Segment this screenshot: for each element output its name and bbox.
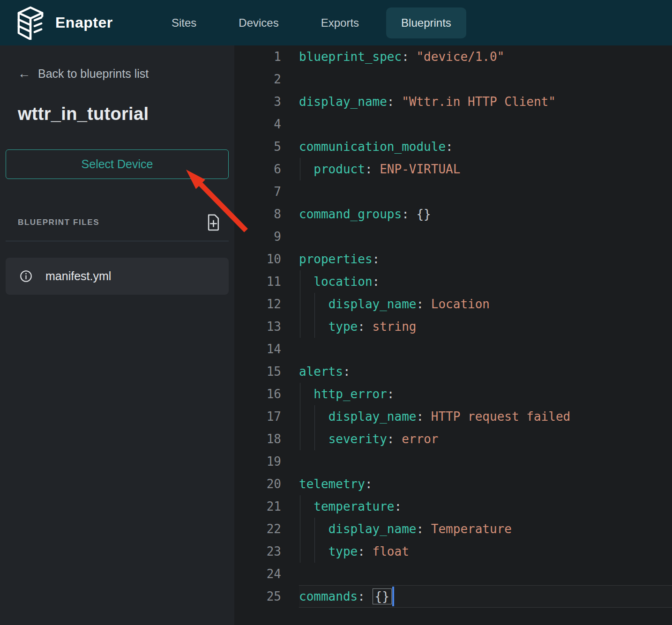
- code-token-str: Location: [431, 297, 490, 311]
- nav-item-sites[interactable]: Sites: [157, 7, 211, 38]
- editor-line-19[interactable]: 19: [234, 450, 672, 473]
- line-number: 24: [234, 563, 281, 585]
- info-icon: [20, 270, 32, 283]
- code-line-content: [299, 180, 672, 203]
- code-line-content: display_name: HTTP request failed: [299, 405, 672, 428]
- editor-line-25[interactable]: 25commands: {}: [234, 585, 672, 608]
- editor-line-8[interactable]: 8command_groups: {}: [234, 203, 672, 225]
- line-number: 8: [234, 203, 281, 225]
- editor-line-20[interactable]: 20telemetry:: [234, 473, 672, 495]
- code-token-punc: :: [373, 275, 380, 289]
- indent-guide: [300, 540, 300, 563]
- nav-item-exports[interactable]: Exports: [306, 7, 374, 38]
- code-line-content: blueprint_spec: "device/1.0": [299, 45, 672, 68]
- code-token-punc: :: [395, 499, 402, 513]
- code-token-key: display_name: [329, 409, 417, 424]
- line-number: 11: [234, 270, 281, 293]
- text-cursor: [392, 587, 394, 606]
- main-nav: SitesDevicesExportsBlueprints: [157, 7, 466, 38]
- editor-line-12[interactable]: 12 display_name: Location: [234, 293, 672, 315]
- line-number: 5: [234, 135, 281, 158]
- blueprint-title: wttr_in_tutorial: [18, 104, 229, 124]
- line-number: 17: [234, 405, 281, 428]
- code-editor[interactable]: 1blueprint_spec: "device/1.0"23display_n…: [234, 45, 672, 625]
- code-line-content: location:: [299, 270, 672, 293]
- code-token-punc: :: [416, 297, 431, 311]
- code-token-key: properties: [299, 252, 373, 266]
- code-token-punc: :: [402, 207, 416, 221]
- code-token-punc: :: [387, 432, 402, 446]
- code-line-content: [299, 563, 672, 585]
- code-token-key: location: [314, 275, 372, 289]
- editor-line-1[interactable]: 1blueprint_spec: "device/1.0": [234, 45, 672, 68]
- code-token-str: HTTP request failed: [431, 409, 570, 424]
- code-line-content: display_name: Location: [299, 293, 672, 315]
- line-number: 3: [234, 90, 281, 113]
- editor-line-6[interactable]: 6 product: ENP-VIRTUAL: [234, 158, 672, 180]
- line-number: 18: [234, 428, 281, 450]
- file-name: manifest.yml: [45, 269, 111, 283]
- editor-line-15[interactable]: 15alerts:: [234, 360, 672, 383]
- code-token-key: http_error: [314, 387, 387, 401]
- indent-guide: [314, 518, 315, 540]
- editor-line-21[interactable]: 21 temperature:: [234, 495, 672, 518]
- line-number: 4: [234, 113, 281, 135]
- code-token-key: display_name: [329, 297, 417, 311]
- editor-line-23[interactable]: 23 type: float: [234, 540, 672, 563]
- indent-guide: [300, 495, 300, 518]
- line-number: 7: [234, 180, 281, 203]
- back-to-blueprints-link[interactable]: ← Back to blueprints list: [18, 67, 149, 81]
- indent-guide: [300, 405, 300, 428]
- line-number: 2: [234, 68, 281, 90]
- back-arrow-icon: ←: [18, 67, 30, 80]
- code-token-str: error: [402, 432, 438, 446]
- brand[interactable]: Enapter: [16, 6, 157, 40]
- line-number: 22: [234, 518, 281, 540]
- editor-line-2[interactable]: 2: [234, 68, 672, 90]
- editor-line-11[interactable]: 11 location:: [234, 270, 672, 293]
- editor-line-13[interactable]: 13 type: string: [234, 315, 672, 338]
- back-link-label: Back to blueprints list: [38, 67, 149, 81]
- sidebar: ← Back to blueprints list wttr_in_tutori…: [0, 45, 234, 625]
- code-line-content: commands: {}: [299, 585, 672, 608]
- editor-line-10[interactable]: 10properties:: [234, 248, 672, 270]
- code-token-punc: :: [358, 544, 372, 558]
- code-line-content: product: ENP-VIRTUAL: [299, 158, 672, 180]
- editor-line-18[interactable]: 18 severity: error: [234, 428, 672, 450]
- editor-line-14[interactable]: 14: [234, 338, 672, 360]
- nav-item-devices[interactable]: Devices: [224, 7, 293, 38]
- editor-line-5[interactable]: 5communication_module:: [234, 135, 672, 158]
- select-device-button[interactable]: Select Device: [6, 149, 229, 179]
- code-token-punc: :: [416, 522, 431, 536]
- code-line-content: temperature:: [299, 495, 672, 518]
- code-line-content: type: float: [299, 540, 672, 563]
- code-line-content: [299, 113, 672, 135]
- code-token-str: string: [373, 320, 417, 334]
- editor-line-9[interactable]: 9: [234, 225, 672, 248]
- nav-item-blueprints[interactable]: Blueprints: [386, 7, 466, 38]
- code-token-punc: :: [402, 50, 416, 64]
- code-line-content: telemetry:: [299, 473, 672, 495]
- indent-guide: [314, 540, 315, 563]
- indent-guide: [300, 270, 300, 293]
- editor-line-7[interactable]: 7: [234, 180, 672, 203]
- indent-guide: [300, 315, 300, 338]
- code-token-punc: :: [358, 589, 372, 603]
- code-token-key: commands: [299, 589, 358, 603]
- editor-line-3[interactable]: 3display_name: "Wttr.in HTTP Client": [234, 90, 672, 113]
- code-token-str: float: [373, 544, 409, 558]
- line-number: 14: [234, 338, 281, 360]
- editor-line-4[interactable]: 4: [234, 113, 672, 135]
- editor-line-24[interactable]: 24: [234, 563, 672, 585]
- file-row-manifest[interactable]: manifest.yml: [6, 258, 229, 295]
- add-file-button[interactable]: [206, 213, 221, 231]
- code-token-key: blueprint_spec: [299, 50, 402, 64]
- line-number: 20: [234, 473, 281, 495]
- editor-line-17[interactable]: 17 display_name: HTTP request failed: [234, 405, 672, 428]
- code-line-content: [299, 450, 672, 473]
- editor-line-16[interactable]: 16 http_error:: [234, 383, 672, 405]
- indent-guide: [300, 518, 300, 540]
- code-token-punc: {}: [416, 207, 431, 221]
- code-line-content: http_error:: [299, 383, 672, 405]
- editor-line-22[interactable]: 22 display_name: Temperature: [234, 518, 672, 540]
